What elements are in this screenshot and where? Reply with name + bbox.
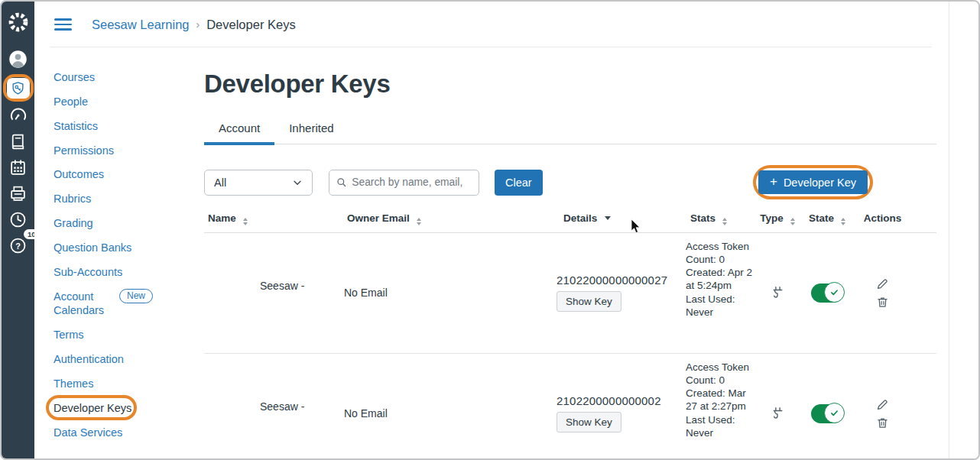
courses-nav-item[interactable] xyxy=(5,131,31,152)
table-row: Seesaw - No Email 21022000000000027 Show… xyxy=(204,233,936,354)
breadcrumb-separator: › xyxy=(196,18,200,31)
developer-keys-table: Name Owner Email Details Stats xyxy=(204,212,936,460)
edit-key-button[interactable] xyxy=(876,277,889,290)
developer-keys-panel: Developer Keys Account Inherited All xyxy=(204,47,936,460)
column-header-type[interactable]: Type xyxy=(754,212,800,225)
plug-icon xyxy=(770,285,786,301)
toggle-knob xyxy=(824,403,845,423)
stats-last-used: Last Used: Never xyxy=(686,293,754,319)
canvas-logo-icon xyxy=(7,11,30,34)
column-header-state[interactable]: State xyxy=(800,212,854,225)
breadcrumb-current: Developer Keys xyxy=(206,18,295,32)
sidebar-item-statistics[interactable]: Statistics xyxy=(54,119,204,134)
show-key-button[interactable]: Show Key xyxy=(557,291,621,312)
toggle-knob xyxy=(824,282,845,303)
sidebar-item-data-services[interactable]: Data Services xyxy=(54,426,204,440)
app-window: ? 10 Seesaw Learning › Developer Keys Co… xyxy=(0,0,980,460)
sidebar-item-question-banks[interactable]: Question Banks xyxy=(54,241,204,255)
key-actions xyxy=(854,277,911,309)
sidebar-item-sub-accounts[interactable]: Sub-Accounts xyxy=(54,265,204,280)
sort-icon xyxy=(790,218,795,225)
column-header-stats[interactable]: Stats xyxy=(674,212,754,225)
column-header-details[interactable]: Details xyxy=(483,212,674,225)
key-details: 2102200000000002 Show Key xyxy=(483,394,674,432)
tab-account[interactable]: Account xyxy=(204,115,274,145)
key-state xyxy=(800,404,854,423)
stats-last-used: Last Used: Never xyxy=(686,413,754,440)
canvas-logo-icon[interactable] xyxy=(5,11,31,33)
global-nav: ? 10 xyxy=(2,2,34,458)
state-toggle-on[interactable] xyxy=(811,283,843,303)
column-header-owner-email[interactable]: Owner Email xyxy=(338,212,483,225)
plus-icon: + xyxy=(770,174,777,190)
key-id: 2102200000000002 xyxy=(557,394,674,407)
account-avatar-icon xyxy=(8,49,28,70)
annotation-ring-admin xyxy=(3,74,34,102)
scrollbar-gutter[interactable] xyxy=(949,2,978,458)
clock-icon xyxy=(8,210,28,229)
shield-key-icon xyxy=(11,81,25,96)
delete-key-button[interactable] xyxy=(876,416,889,429)
sidebar-item-rubrics[interactable]: Rubrics xyxy=(54,192,204,206)
stats-created: Created: Mar 27 at 2:27pm xyxy=(686,387,754,413)
table-header-row: Name Owner Email Details Stats xyxy=(204,212,936,233)
key-name: Seesaw - xyxy=(204,280,338,292)
sidebar-item-courses[interactable]: Courses xyxy=(54,70,204,85)
pencil-icon xyxy=(876,277,889,290)
inbox-nav-item[interactable] xyxy=(5,183,31,204)
table-row: Seesaw - No Email 2102200000000002 Show … xyxy=(204,354,936,460)
sidebar-item-developer-keys[interactable]: Developer Keys xyxy=(54,401,204,416)
page-header: Seesaw Learning › Developer Keys xyxy=(34,2,949,47)
search-input[interactable] xyxy=(352,177,472,188)
annotation-ring-add-button: + Developer Key xyxy=(753,165,873,199)
sidebar-item-label: Developer Keys xyxy=(54,402,131,414)
plug-icon xyxy=(770,406,786,422)
dashboard-nav-item[interactable] xyxy=(5,105,31,126)
sort-desc-icon xyxy=(605,216,611,220)
sidebar-item-grading[interactable]: Grading xyxy=(54,216,204,231)
column-header-name[interactable]: Name xyxy=(204,212,338,225)
owner-email: No Email xyxy=(338,287,483,299)
delete-key-button[interactable] xyxy=(876,296,889,309)
tab-inherited[interactable]: Inherited xyxy=(274,115,348,144)
sidebar-item-permissions[interactable]: Permissions xyxy=(54,144,204,158)
add-developer-key-label: Developer Key xyxy=(784,177,856,189)
svg-text:?: ? xyxy=(15,241,21,250)
add-developer-key-button[interactable]: + Developer Key xyxy=(758,170,868,194)
header-divider xyxy=(50,47,932,47)
dashboard-gauge-icon xyxy=(8,105,28,125)
account-nav-item[interactable] xyxy=(5,48,31,70)
show-key-button[interactable]: Show Key xyxy=(557,412,621,432)
tab-bar: Account Inherited xyxy=(204,115,936,144)
book-icon xyxy=(8,132,28,151)
sidebar-item-account-calendars[interactable]: Account Calendars New xyxy=(54,290,204,319)
sidebar-item-terms[interactable]: Terms xyxy=(54,328,204,342)
column-header-actions: Actions xyxy=(854,212,911,225)
search-box xyxy=(329,170,479,196)
breadcrumb-account-link[interactable]: Seesaw Learning xyxy=(92,18,190,32)
sidebar-item-outcomes[interactable]: Outcomes xyxy=(54,167,204,182)
hamburger-menu-button[interactable] xyxy=(54,18,72,31)
state-filter-value: All xyxy=(214,177,226,189)
trash-icon xyxy=(876,416,889,429)
help-nav-item[interactable]: ? 10 xyxy=(5,235,31,256)
edit-key-button[interactable] xyxy=(876,398,889,411)
history-nav-item[interactable] xyxy=(5,209,31,230)
key-id: 21022000000000027 xyxy=(557,274,674,287)
clear-button[interactable]: Clear xyxy=(495,170,543,196)
help-icon: ? xyxy=(8,236,28,255)
state-filter-select[interactable]: All xyxy=(204,170,313,196)
table-toolbar: All Clear xyxy=(204,165,936,199)
search-icon xyxy=(336,177,346,188)
sidebar-item-themes[interactable]: Themes xyxy=(54,377,204,391)
pencil-icon xyxy=(876,398,889,411)
state-toggle-on[interactable] xyxy=(811,404,843,423)
key-stats: Access Token Count: 0 Created: Apr 2 at … xyxy=(674,233,754,353)
check-icon xyxy=(829,408,839,418)
calendar-nav-item[interactable] xyxy=(5,157,31,178)
sidebar-item-people[interactable]: People xyxy=(54,95,204,109)
admin-nav-item[interactable] xyxy=(7,78,30,99)
new-badge: New xyxy=(119,289,153,304)
trash-icon xyxy=(876,296,889,309)
sidebar-item-authentication[interactable]: Authentication xyxy=(54,352,204,367)
